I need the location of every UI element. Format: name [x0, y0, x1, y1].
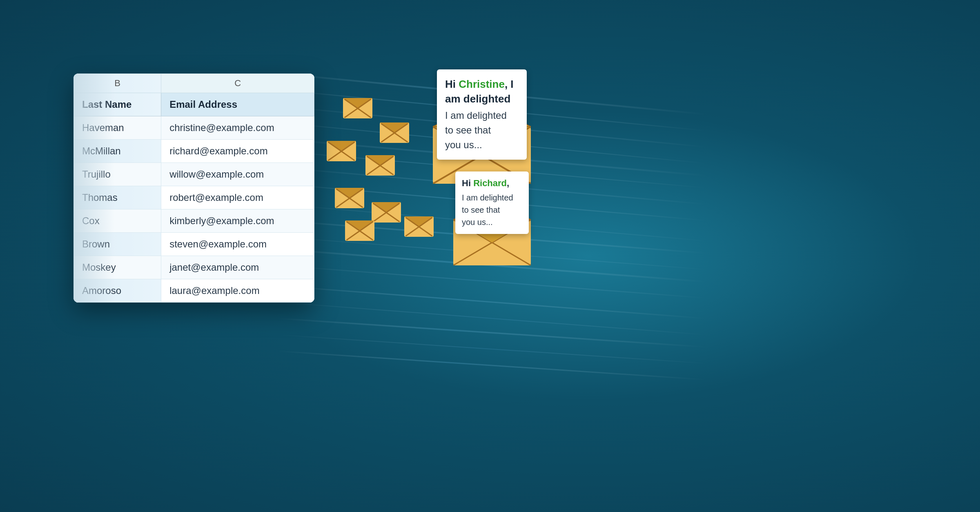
email-cell: robert@example.com — [161, 186, 314, 209]
flying-envelope-3 — [327, 141, 356, 161]
svg-line-16 — [278, 335, 706, 363]
flying-envelope-4 — [365, 155, 395, 176]
last-name-cell: Amoroso — [74, 279, 161, 303]
last-name-cell: Brown — [74, 233, 161, 256]
letter-body-1: I am delighted to see that you us... — [445, 108, 519, 152]
email-cell: janet@example.com — [161, 256, 314, 279]
letter-greeting-1: Hi Christine, I am delighted — [445, 77, 519, 107]
flying-envelope-7 — [404, 216, 434, 237]
last-name-cell: Haveman — [74, 116, 161, 140]
flying-envelope-1 — [343, 98, 372, 118]
flying-envelope-5 — [335, 188, 364, 208]
column-header-row: B C — [74, 74, 314, 93]
letter-name-1: Christine — [459, 78, 505, 90]
last-name-cell: Trujillo — [74, 163, 161, 186]
email-cell: richard@example.com — [161, 140, 314, 163]
email-cell: kimberly@example.com — [161, 209, 314, 233]
svg-line-15 — [278, 318, 706, 347]
open-envelope-2: Hi Richard, I am delighted to see that y… — [453, 200, 531, 265]
letter-body-2: I am delighted to see that you us... — [462, 191, 522, 228]
table-row: Amorosolaura@example.com — [74, 279, 314, 303]
col-c-header: C — [161, 74, 314, 93]
last-name-header: Last Name — [74, 93, 161, 116]
letter-hi-1: Hi — [445, 78, 459, 90]
last-name-cell: McMillan — [74, 140, 161, 163]
svg-line-13 — [278, 286, 706, 318]
last-name-cell: Cox — [74, 209, 161, 233]
table-row: Brownsteven@example.com — [74, 233, 314, 256]
table-row: Thomasrobert@example.com — [74, 186, 314, 209]
table-header-row: Last Name Email Address — [74, 93, 314, 116]
table-row: Trujillowillow@example.com — [74, 163, 314, 186]
email-cell: christine@example.com — [161, 116, 314, 140]
letter-name-2: Richard — [473, 178, 507, 188]
last-name-cell: Moskey — [74, 256, 161, 279]
email-cell: steven@example.com — [161, 233, 314, 256]
letter-card-2: Hi Richard, I am delighted to see that y… — [455, 171, 529, 234]
svg-line-17 — [278, 351, 706, 380]
svg-line-14 — [278, 302, 706, 335]
spreadsheet: B C Last Name Email Address Havemanchris… — [74, 73, 314, 303]
letter-card-1: Hi Christine, I am delighted I am deligh… — [437, 69, 527, 160]
flying-envelope-2 — [380, 122, 409, 143]
col-b-header: B — [74, 74, 161, 93]
flying-envelope-6 — [372, 202, 401, 223]
email-cell: willow@example.com — [161, 163, 314, 186]
email-cell: laura@example.com — [161, 279, 314, 303]
last-name-cell: Thomas — [74, 186, 161, 209]
table-row: Moskeyjanet@example.com — [74, 256, 314, 279]
table-row: Coxkimberly@example.com — [74, 209, 314, 233]
svg-line-12 — [278, 265, 706, 298]
email-header: Email Address — [161, 93, 314, 116]
table-row: McMillanrichard@example.com — [74, 140, 314, 163]
table-row: Havemanchristine@example.com — [74, 116, 314, 140]
flying-envelope-8 — [345, 220, 374, 241]
letter-greeting-2: Hi Richard, — [462, 177, 522, 190]
